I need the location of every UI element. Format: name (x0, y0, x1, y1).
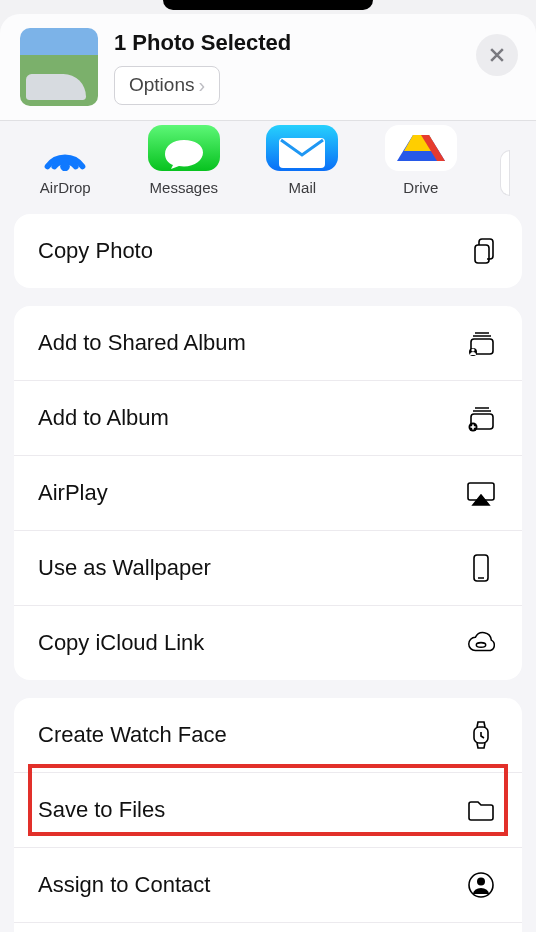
action-label: Add to Shared Album (38, 330, 246, 356)
messages-icon (148, 125, 220, 171)
phone-icon (464, 551, 498, 585)
photo-thumbnail[interactable] (20, 28, 98, 106)
share-target-label: AirDrop (40, 179, 91, 196)
share-target-label: Mail (289, 179, 317, 196)
device-notch (163, 0, 373, 10)
share-target-label: Drive (403, 179, 438, 196)
options-button[interactable]: Options › (114, 66, 220, 105)
action-wallpaper[interactable]: Use as Wallpaper (14, 530, 522, 605)
svg-rect-13 (474, 555, 488, 581)
action-copy-photo[interactable]: Copy Photo (14, 214, 522, 288)
header-text: 1 Photo Selected Options › (114, 30, 291, 105)
action-label: AirPlay (38, 480, 108, 506)
action-group-0: Copy Photo (14, 214, 522, 288)
action-group-1: Add to Shared Album Add to Album AirPlay… (14, 306, 522, 680)
action-group-2: Create Watch Face Save to Files Assign t… (14, 698, 522, 932)
action-label: Use as Wallpaper (38, 555, 211, 581)
action-label: Assign to Contact (38, 872, 210, 898)
action-label: Add to Album (38, 405, 169, 431)
folder-icon (464, 793, 498, 827)
close-button[interactable] (476, 34, 518, 76)
mail-icon (266, 125, 338, 171)
action-groups: Copy Photo Add to Shared Album Add to Al… (0, 214, 536, 932)
action-airplay[interactable]: AirPlay (14, 455, 522, 530)
action-label: Save to Files (38, 797, 165, 823)
airdrop-icon (29, 125, 101, 171)
action-add-shared-album[interactable]: Add to Shared Album (14, 306, 522, 380)
svg-point-0 (60, 162, 70, 171)
selection-title: 1 Photo Selected (114, 30, 291, 56)
drive-icon (385, 125, 457, 171)
action-label: Create Watch Face (38, 722, 227, 748)
action-print[interactable]: Print (14, 922, 522, 932)
options-label: Options (129, 74, 194, 96)
copy-icon (464, 234, 498, 268)
contact-icon (464, 868, 498, 902)
more-apps-peek[interactable] (500, 150, 510, 196)
share-targets-row: AirDrop Messages Mail Drive (0, 121, 536, 214)
action-icloud-link[interactable]: Copy iCloud Link (14, 605, 522, 680)
svg-point-15 (476, 643, 485, 648)
chevron-right-icon: › (198, 74, 205, 97)
share-target-messages[interactable]: Messages (145, 125, 224, 196)
action-save-to-files[interactable]: Save to Files (14, 772, 522, 847)
cloud-link-icon (464, 626, 498, 660)
action-assign-contact[interactable]: Assign to Contact (14, 847, 522, 922)
share-target-label: Messages (150, 179, 218, 196)
watch-icon (464, 718, 498, 752)
shared-album-icon (464, 326, 498, 360)
action-label: Copy Photo (38, 238, 153, 264)
svg-point-8 (471, 348, 474, 351)
close-icon (487, 45, 507, 65)
share-target-mail[interactable]: Mail (263, 125, 342, 196)
svg-rect-5 (475, 245, 489, 263)
share-target-airdrop[interactable]: AirDrop (26, 125, 105, 196)
action-add-album[interactable]: Add to Album (14, 380, 522, 455)
share-header: 1 Photo Selected Options › (0, 14, 536, 121)
airplay-icon (464, 476, 498, 510)
action-label: Copy iCloud Link (38, 630, 204, 656)
album-add-icon (464, 401, 498, 435)
share-target-drive[interactable]: Drive (382, 125, 461, 196)
svg-point-18 (477, 878, 485, 886)
share-sheet: 1 Photo Selected Options › AirDrop (0, 14, 536, 932)
action-watch-face[interactable]: Create Watch Face (14, 698, 522, 772)
